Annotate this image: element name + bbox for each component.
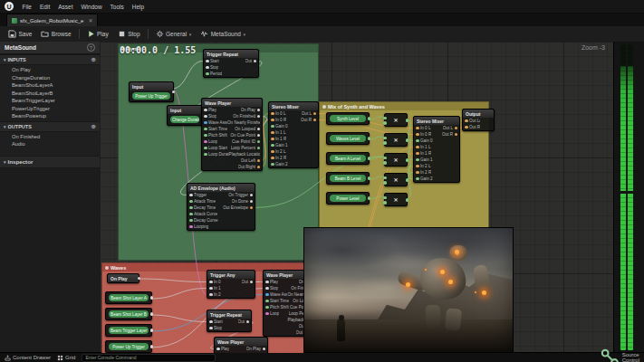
menu-item-help[interactable]: Help [128,1,148,13]
node-multiply-4[interactable]: ✕ [384,173,408,186]
input-pill[interactable]: Beam Shot Layer A [109,294,149,301]
input-pill[interactable]: Power Up Trigger [109,343,149,350]
node-ad-envelope[interactable]: AD Envelope (Audio)TriggerOn TriggerAtta… [187,183,255,231]
pin[interactable] [416,133,419,137]
input-pill[interactable]: Change Duration [170,116,199,123]
pin[interactable] [416,152,419,156]
input-pill[interactable]: Beam Trigger Layer [109,327,149,334]
pin[interactable] [368,157,371,160]
node-trigger-repeat-a[interactable]: Trigger RepeatStartOutStopPeriod [203,49,259,78]
input-item-on-play[interactable]: On Play [0,66,100,74]
pin[interactable] [271,157,274,160]
pin[interactable] [313,119,317,122]
node-trigger-repeat-b[interactable]: Trigger RepeatStartOutStop [207,310,252,332]
pin[interactable] [206,60,209,63]
pin[interactable] [209,320,213,324]
pin[interactable] [416,139,419,143]
wire[interactable] [150,289,207,300]
pin[interactable] [189,206,193,210]
help-icon[interactable]: ? [87,43,95,52]
pin[interactable] [271,119,274,122]
input-pill[interactable]: Beam B Level [330,175,366,182]
pin[interactable] [406,119,409,122]
pin[interactable] [383,181,387,185]
pin[interactable] [406,158,409,162]
node-in-beam-trigger[interactable]: Beam Trigger Layer [105,324,152,337]
pin[interactable] [250,281,254,284]
pin[interactable] [416,146,419,149]
pin[interactable] [204,128,207,131]
pin[interactable] [406,198,409,202]
wire[interactable] [172,62,203,90]
input-item-beampowerup[interactable]: BeamPowerup [0,112,100,120]
input-pill[interactable]: Power Up Trigger [132,92,170,100]
play-button[interactable]: Play [82,28,113,40]
pin[interactable] [416,127,419,130]
pin[interactable] [250,194,254,197]
unreal-logo[interactable]: U [5,2,14,11]
input-item-poweruptrigger[interactable]: PowerUpTrigger [0,105,100,113]
pin[interactable] [383,196,387,200]
pin[interactable] [416,165,419,168]
pin[interactable] [455,133,458,137]
input-item-beamshotlayera[interactable]: BeamShotLayerA [0,81,100,90]
node-level-waves[interactable]: Waves Level [326,132,370,145]
pin[interactable] [246,320,250,324]
pin[interactable] [271,125,274,129]
pin[interactable] [189,200,193,204]
node-in-powerup[interactable]: Power Up Trigger [105,340,152,353]
pin[interactable] [455,127,458,130]
pin[interactable] [150,312,154,316]
pin[interactable] [204,115,207,119]
input-item-beamshotlayerb[interactable]: BeamShotLayerB [0,90,100,98]
input-item-changeduration[interactable]: ChangeDuration [0,74,100,82]
pin[interactable] [209,293,213,297]
node-multiply-5[interactable]: ✕ [384,193,408,206]
pin[interactable] [383,141,387,145]
pin[interactable] [383,121,387,125]
pin[interactable] [383,137,387,140]
pin[interactable] [406,138,409,142]
menu-item-file[interactable]: File [18,1,35,13]
tab-close-icon[interactable]: ✕ [88,17,92,24]
pin[interactable] [257,166,261,169]
pin[interactable] [265,293,269,297]
pin[interactable] [465,126,468,129]
pin[interactable] [271,150,274,154]
pin[interactable] [368,117,371,120]
node-wave-player-a[interactable]: Wave PlayerPlayOn PlayStopOn FinishedWav… [201,98,263,171]
pin[interactable] [257,115,261,119]
node-stereo-mixer-b[interactable]: Stereo MixerIn 0 LOut LIn 0 ROut RGain 0… [413,116,460,183]
stop-button[interactable]: Stop [113,28,145,40]
input-item-beamtriggerlayer[interactable]: BeamTriggerLayer [0,97,100,105]
browse-button[interactable]: Browse [36,28,75,40]
pin[interactable] [209,281,213,284]
add-output-icon[interactable]: ⊕ [91,123,96,130]
console-command-input[interactable]: Enter Console Command [82,354,216,362]
node-trigger-any[interactable]: Trigger AnyIn 0OutIn 1In 2 [207,270,255,299]
pin[interactable] [383,117,387,120]
add-input-icon[interactable]: ⊕ [91,56,96,63]
pin[interactable] [216,348,220,351]
pin[interactable] [257,147,261,150]
pin[interactable] [383,201,387,205]
pin[interactable] [465,119,468,123]
node-on-play[interactable]: On Play [107,273,139,283]
inputs-section-header[interactable]: ▾ INPUTS ⊕ [0,54,100,65]
pin[interactable] [189,225,193,229]
pin[interactable] [209,287,213,291]
pin[interactable] [204,121,207,125]
pin[interactable] [271,112,274,116]
pin[interactable] [383,176,387,180]
pin[interactable] [416,177,419,181]
wire[interactable] [138,279,207,282]
menu-item-edit[interactable]: Edit [35,1,53,13]
pin[interactable] [206,72,209,76]
pin[interactable] [383,161,387,165]
pin[interactable] [406,178,409,182]
menu-item-window[interactable]: Window [77,1,106,13]
metasound-settings-button[interactable]: MetaSound ▾ [196,28,250,40]
menu-item-asset[interactable]: Asset [54,1,77,13]
pin[interactable] [257,109,261,112]
node-output[interactable]: OutputOut LeftOut Right [462,109,495,131]
